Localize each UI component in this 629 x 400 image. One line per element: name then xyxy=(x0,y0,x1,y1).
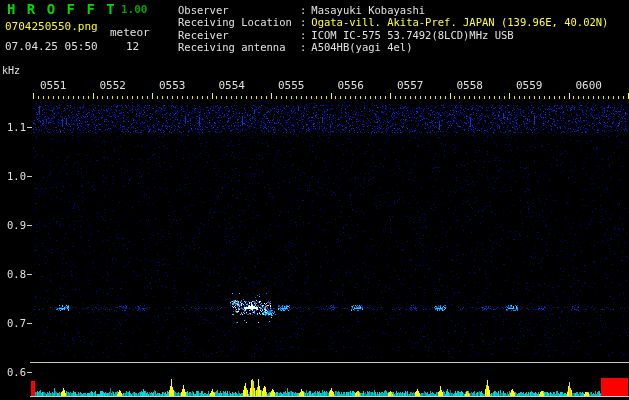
datetime-label: 07.04.25 05:50 xyxy=(5,40,98,53)
spectrogram-canvas xyxy=(0,0,629,400)
freq-label: 1.0 xyxy=(4,170,26,182)
freq-label: 0.9 xyxy=(4,219,26,231)
info-row-observer: Observer:Masayuki Kobayashi xyxy=(178,4,608,16)
info-separator: : xyxy=(300,41,306,53)
info-row-receiver: Receiver:ICOM IC-575 53.7492(8LCD)MHz US… xyxy=(178,29,608,41)
info-row-location: Receiving Location:Ogata-vill. Akita-Pre… xyxy=(178,16,608,28)
time-label: 0552 xyxy=(100,79,127,92)
info-value: Masayuki Kobayashi xyxy=(311,4,425,16)
time-label: 0551 xyxy=(40,79,67,92)
hrofft-screenshot: H R O F F T 1.00 0704250550.png meteor 0… xyxy=(0,0,629,400)
info-label: Receiving antenna xyxy=(178,41,300,53)
info-value: A504HB(yagi 4el) xyxy=(311,41,412,53)
info-separator: : xyxy=(300,16,306,28)
freq-label: 0.6 xyxy=(4,366,26,378)
info-separator: : xyxy=(300,29,306,41)
station-info: Observer:Masayuki Kobayashi Receiving Lo… xyxy=(178,4,608,53)
mode-label: meteor xyxy=(110,26,150,39)
info-label: Receiving Location xyxy=(178,16,300,28)
app-title: H R O F F T xyxy=(7,1,116,17)
time-label: 0559 xyxy=(516,79,543,92)
info-separator: : xyxy=(300,4,306,16)
info-value: Ogata-vill. Akita-Pref. JAPAN (139.96E, … xyxy=(311,16,608,28)
info-row-antenna: Receiving antenna:A504HB(yagi 4el) xyxy=(178,41,608,53)
time-label: 0600 xyxy=(576,79,603,92)
app-version: 1.00 xyxy=(121,3,148,16)
info-value: ICOM IC-575 53.7492(8LCD)MHz USB xyxy=(311,29,513,41)
time-label: 0554 xyxy=(219,79,246,92)
time-label: 0553 xyxy=(159,79,186,92)
time-label: 0558 xyxy=(457,79,484,92)
echo-count: 12 xyxy=(126,40,139,53)
time-label: 0557 xyxy=(397,79,424,92)
info-label: Receiver xyxy=(178,29,300,41)
time-label: 0555 xyxy=(278,79,305,92)
freq-axis-unit: kHz xyxy=(2,65,20,76)
time-label: 0556 xyxy=(338,79,365,92)
freq-label: 0.7 xyxy=(4,317,26,329)
freq-label: 1.1 xyxy=(4,121,26,133)
info-label: Observer xyxy=(178,4,300,16)
output-filename: 0704250550.png xyxy=(5,20,98,33)
freq-label: 0.8 xyxy=(4,268,26,280)
